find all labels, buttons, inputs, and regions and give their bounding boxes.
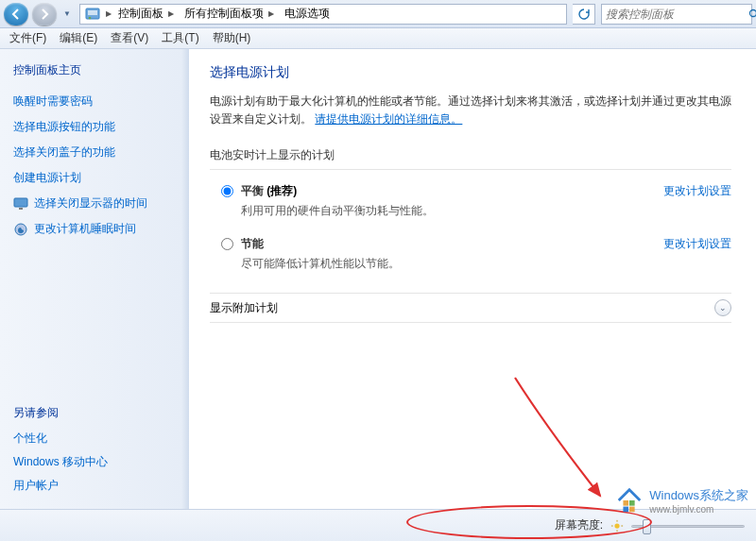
plan-name: 平衡 [241,184,264,197]
sun-low-icon [610,519,624,533]
see-also-user-accounts[interactable]: 用户帐户 [13,478,174,494]
brightness-label: 屏幕亮度: [555,517,603,533]
chevron-down-icon: ⌄ [714,299,731,316]
page-title: 选择电源计划 [210,64,731,81]
chevron-right-icon: ▶ [165,9,177,18]
see-also-section: 另请参阅 个性化 Windows 移动中心 用户帐户 [13,405,174,494]
search-input[interactable] [606,8,748,21]
plan-details-link[interactable]: 请提供电源计划的详细信息。 [315,112,462,126]
control-panel-icon [85,7,100,22]
brightness-slider[interactable] [631,517,745,534]
arrow-left-icon [10,8,22,20]
plan-radio-balanced[interactable] [221,185,233,197]
menu-bar: 文件(F) 编辑(E) 查看(V) 工具(T) 帮助(H) [0,28,756,49]
menu-help[interactable]: 帮助(H) [207,28,257,48]
sidebar-link-display-off-time[interactable]: 选择关闭显示器的时间 [34,195,147,211]
monitor-icon [13,196,28,211]
slider-thumb[interactable] [643,519,651,534]
power-plan-row: 节能 尽可能降低计算机性能以节能。 更改计划设置 [210,232,731,285]
plan-name: 节能 [241,237,264,250]
sleep-icon [13,222,28,237]
svg-rect-6 [19,208,23,210]
change-plan-settings-link[interactable]: 更改计划设置 [663,184,731,197]
svg-point-8 [614,523,619,528]
refresh-button[interactable] [573,4,595,25]
change-plan-settings-link[interactable]: 更改计划设置 [663,237,731,250]
chevron-right-icon: ▶ [266,9,277,18]
plan-description: 利用可用的硬件自动平衡功耗与性能。 [241,203,434,219]
svg-point-3 [750,9,757,16]
nav-back-button[interactable] [4,3,28,25]
search-box[interactable] [601,4,752,25]
refresh-icon [578,8,590,20]
window-titlebar: ▼ ▶ 控制面板▶ 所有控制面板项▶ 电源选项 [0,0,756,28]
arrow-right-icon [39,8,50,20]
menu-edit[interactable]: 编辑(E) [54,28,103,48]
breadcrumb-segment[interactable]: 电源选项 [281,5,334,24]
page-description: 电源计划有助于最大化计算机的性能或者节能。通过选择计划来将其激活，或选择计划并通… [210,93,731,128]
plan-group-title: 电池安时计上显示的计划 [210,142,731,170]
expander-label: 显示附加计划 [210,300,278,316]
sidebar-link-require-password[interactable]: 唤醒时需要密码 [13,93,176,110]
svg-point-2 [89,16,92,19]
search-icon [748,8,756,20]
menu-view[interactable]: 查看(V) [105,28,154,48]
nav-forward-button[interactable] [32,3,57,25]
plan-description: 尽可能降低计算机性能以节能。 [241,256,400,272]
nav-history-dropdown[interactable]: ▼ [60,3,74,25]
show-additional-plans-expander[interactable]: 显示附加计划 ⌄ [210,293,731,323]
svg-rect-1 [88,10,97,15]
svg-rect-5 [14,198,27,207]
sidebar-link-sleep-time[interactable]: 更改计算机睡眠时间 [34,221,136,237]
bottom-bar: 屏幕亮度: [0,509,756,541]
sidebar-link-power-button[interactable]: 选择电源按钮的功能 [13,119,176,135]
breadcrumb[interactable]: ▶ 控制面板▶ 所有控制面板项▶ 电源选项 [79,4,567,25]
plan-radio-saver[interactable] [221,238,233,250]
sidebar-link-close-lid[interactable]: 选择关闭盖子的功能 [13,144,176,161]
see-also-mobility-center[interactable]: Windows 移动中心 [13,454,174,470]
chevron-right-icon: ▶ [103,9,114,18]
sidebar-link-create-plan[interactable]: 创建电源计划 [13,170,176,186]
menu-tools[interactable]: 工具(T) [156,28,204,48]
breadcrumb-segment[interactable]: 所有控制面板项▶ [180,5,281,24]
main-content: 选择电源计划 电源计划有助于最大化计算机的性能或者节能。通过选择计划来将其激活，… [189,49,756,509]
plan-recommended-tag: (推荐) [264,184,297,197]
power-plan-row: 平衡 (推荐) 利用可用的硬件自动平衡功耗与性能。 更改计划设置 [210,179,731,232]
menu-file[interactable]: 文件(F) [4,28,52,48]
breadcrumb-segment[interactable]: 控制面板▶ [114,5,180,24]
sidebar-home-link[interactable]: 控制面板主页 [13,62,176,78]
see-also-personalization[interactable]: 个性化 [13,431,174,447]
see-also-title: 另请参阅 [13,405,174,421]
